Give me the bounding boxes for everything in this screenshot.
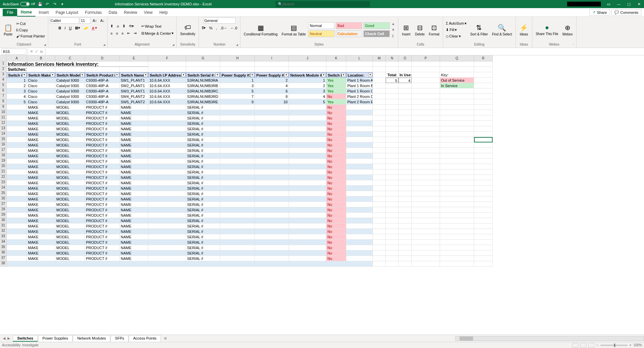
- table-cell[interactable]: [289, 169, 326, 175]
- cell[interactable]: [440, 115, 474, 121]
- cell[interactable]: [386, 132, 399, 137]
- cell[interactable]: [440, 164, 474, 169]
- table-cell[interactable]: [220, 256, 255, 261]
- cell[interactable]: [386, 148, 399, 153]
- cell[interactable]: [386, 213, 399, 218]
- cell[interactable]: [399, 115, 412, 121]
- table-cell[interactable]: [289, 121, 326, 126]
- cell[interactable]: [386, 234, 399, 240]
- table-cell[interactable]: PRODUCT #: [85, 213, 120, 218]
- table-cell[interactable]: [346, 191, 373, 196]
- table-cell[interactable]: No: [326, 137, 346, 142]
- table-cell[interactable]: [346, 159, 373, 164]
- table-cell[interactable]: MODEL: [55, 218, 85, 223]
- decrease-font-icon[interactable]: A↓: [99, 18, 106, 23]
- cell[interactable]: [440, 202, 474, 207]
- table-cell[interactable]: No: [326, 121, 346, 126]
- table-cell[interactable]: MODEL: [55, 142, 85, 148]
- table-cell[interactable]: C9300-48P-A: [85, 94, 120, 99]
- cell[interactable]: [373, 110, 386, 115]
- table-cell[interactable]: MAKE: [27, 223, 55, 229]
- cell[interactable]: [220, 261, 255, 267]
- table-cell[interactable]: PRODUCT #: [85, 153, 120, 159]
- table-cell[interactable]: S3RIALNUMB3RA: [186, 78, 220, 83]
- cell[interactable]: [440, 261, 474, 267]
- cell[interactable]: [474, 191, 493, 196]
- cell[interactable]: [373, 164, 386, 169]
- cell[interactable]: [386, 175, 399, 180]
- cell[interactable]: [399, 240, 412, 245]
- cell[interactable]: [373, 72, 386, 78]
- table-cell[interactable]: Cisco: [27, 83, 55, 88]
- table-cell[interactable]: [148, 159, 186, 164]
- orientation-icon[interactable]: ⟲▾: [127, 23, 135, 29]
- cell[interactable]: [386, 159, 399, 164]
- table-cell[interactable]: [148, 207, 186, 213]
- table-cell[interactable]: [220, 213, 255, 218]
- table-cell[interactable]: MAKE: [27, 180, 55, 186]
- cell[interactable]: [440, 213, 474, 218]
- table-cell[interactable]: SW5_PLANT2: [120, 99, 148, 105]
- font-name-select[interactable]: [50, 18, 79, 24]
- table-cell[interactable]: [255, 110, 289, 115]
- fill-color-button[interactable]: ◢▾: [82, 25, 90, 31]
- cell[interactable]: [440, 240, 474, 245]
- row-header[interactable]: 11: [0, 115, 7, 121]
- row-header[interactable]: 19: [0, 159, 7, 164]
- cell[interactable]: [373, 137, 386, 142]
- cell[interactable]: [474, 72, 493, 78]
- align-bottom-icon[interactable]: ⬇: [121, 23, 127, 29]
- cell[interactable]: [386, 67, 399, 72]
- table-cell[interactable]: [220, 202, 255, 207]
- cell[interactable]: [440, 142, 474, 148]
- table-cell[interactable]: SERIAL #: [186, 148, 220, 153]
- fx-icon[interactable]: fx: [40, 50, 43, 54]
- cell[interactable]: [474, 88, 493, 94]
- table-cell[interactable]: [7, 256, 27, 261]
- currency-icon[interactable]: $▾: [200, 25, 207, 31]
- table-cell[interactable]: Catalyst 9300: [55, 99, 85, 105]
- table-cell[interactable]: PRODUCT #: [85, 180, 120, 186]
- style-normal[interactable]: Normal: [308, 22, 334, 29]
- row-header[interactable]: 1: [0, 61, 7, 67]
- cell[interactable]: [412, 261, 440, 267]
- table-cell[interactable]: Yes: [326, 78, 346, 83]
- cell[interactable]: [373, 223, 386, 229]
- table-cell[interactable]: [220, 186, 255, 191]
- cell[interactable]: [373, 229, 386, 234]
- paste-button[interactable]: 📋Paste: [1, 22, 15, 37]
- table-cell[interactable]: PRODUCT #: [85, 169, 120, 175]
- table-cell[interactable]: MODEL: [55, 207, 85, 213]
- cell[interactable]: [399, 207, 412, 213]
- border-button[interactable]: ▦▾: [74, 25, 82, 31]
- cell[interactable]: [412, 202, 440, 207]
- zoom-thumb[interactable]: [614, 344, 615, 347]
- select-all-button[interactable]: [0, 55, 7, 61]
- table-cell[interactable]: 1: [7, 78, 27, 83]
- table-cell[interactable]: 5: [7, 99, 27, 105]
- table-cell[interactable]: [220, 121, 255, 126]
- table-cell[interactable]: [7, 121, 27, 126]
- table-cell[interactable]: [255, 223, 289, 229]
- table-header[interactable]: Power Supply #2:▼: [255, 72, 289, 78]
- cell[interactable]: [474, 99, 493, 105]
- table-cell[interactable]: PRODUCT #: [85, 132, 120, 137]
- cell[interactable]: [474, 261, 493, 267]
- cell[interactable]: [386, 83, 399, 88]
- table-cell[interactable]: NAME: [120, 164, 148, 169]
- table-cell[interactable]: [148, 164, 186, 169]
- table-header[interactable]: Switch Serial #:▼: [186, 72, 220, 78]
- table-cell[interactable]: PRODUCT #: [85, 137, 120, 142]
- table-cell[interactable]: MAKE: [27, 213, 55, 218]
- table-cell[interactable]: MODEL: [55, 169, 85, 175]
- cell[interactable]: [220, 67, 255, 72]
- sheet-nav-prev-icon[interactable]: ◀: [3, 336, 5, 341]
- table-cell[interactable]: [7, 115, 27, 121]
- cell[interactable]: [412, 132, 440, 137]
- table-cell[interactable]: MAKE: [27, 250, 55, 256]
- cell[interactable]: [440, 196, 474, 202]
- cell[interactable]: [399, 105, 412, 110]
- table-cell[interactable]: NAME: [120, 223, 148, 229]
- sheet-tab[interactable]: Switches: [13, 335, 38, 342]
- cell[interactable]: [27, 261, 55, 267]
